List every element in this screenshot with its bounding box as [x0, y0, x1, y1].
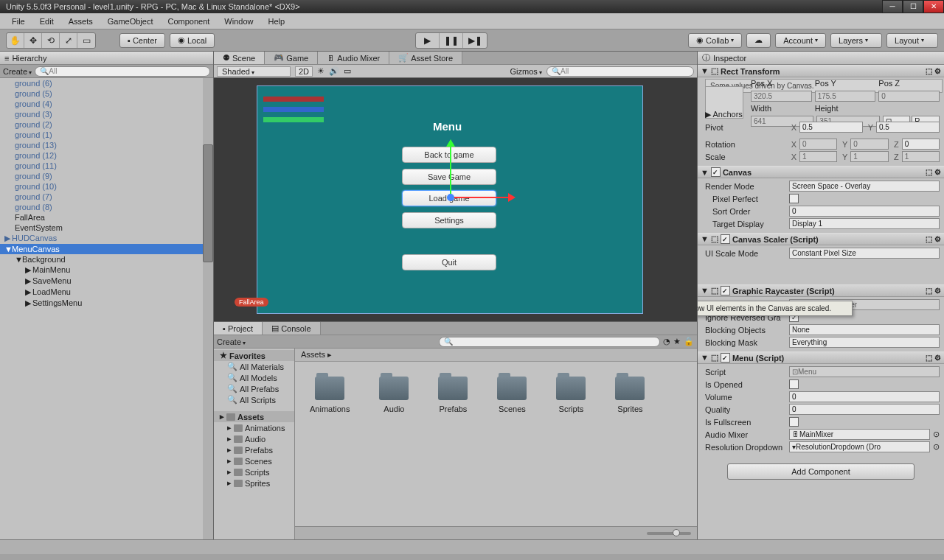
pause-button[interactable]: ❚❚	[440, 33, 463, 48]
hierarchy-item[interactable]: ground (3)	[0, 109, 213, 119]
fav-models[interactable]: 🔍All Models	[214, 372, 294, 383]
volume-field[interactable]: 0	[789, 391, 940, 402]
project-tab[interactable]: ▪ Project	[214, 322, 263, 335]
fav-prefabs[interactable]: 🔍All Prefabs	[214, 383, 294, 394]
hierarchy-item[interactable]: ▶SettingsMenu	[0, 298, 213, 309]
step-button[interactable]: ▶❚	[463, 33, 487, 48]
quit-button[interactable]: Quit	[402, 254, 496, 270]
project-search[interactable]: 🔍	[439, 337, 660, 347]
asset-store-tab[interactable]: 🛒 Asset Store	[389, 52, 462, 64]
object-picker-icon[interactable]: ⊙	[933, 430, 940, 439]
save-search-icon[interactable]: ★	[673, 337, 681, 346]
canvas-scaler-header[interactable]: ▼ ⬚ ✓ Canvas Scaler (Script)⬚ ⚙	[698, 233, 944, 245]
shading-mode[interactable]: Shaded	[217, 66, 291, 77]
menu-file[interactable]: File	[4, 17, 32, 26]
hierarchy-item[interactable]: ▶MainMenu	[0, 265, 213, 276]
scene-tab[interactable]: ⚉ Scene	[214, 52, 265, 64]
pivot-x-field[interactable]: 0.5	[799, 122, 863, 133]
folder-item[interactable]: Scenes	[497, 377, 527, 413]
blockmask-dropdown[interactable]: Everything	[789, 337, 940, 348]
audio-toggle[interactable]: 🔊	[329, 66, 339, 76]
hierarchy-item[interactable]: EventSystem	[0, 223, 213, 233]
posx-field[interactable]: 320.5	[751, 91, 812, 102]
assets-header[interactable]: ▸ Assets	[214, 411, 294, 422]
close-button[interactable]: ✕	[923, 0, 944, 13]
hierarchy-item[interactable]: ground (5)	[0, 88, 213, 99]
project-tree-item[interactable]: ▸ Scripts	[214, 466, 294, 477]
menu-gameobject[interactable]: GameObject	[100, 17, 161, 26]
hierarchy-create[interactable]: Create	[3, 67, 32, 76]
add-component-button[interactable]: Add Component	[727, 463, 914, 480]
minimize-button[interactable]: ─	[882, 0, 903, 13]
anchors-foldout[interactable]: ▶ Anchors	[705, 110, 743, 119]
rect-tool[interactable]: ▭	[77, 33, 95, 48]
rotate-tool[interactable]: ⟲	[42, 33, 60, 48]
layout-dropdown[interactable]: Layout	[886, 33, 938, 48]
scale-x-field[interactable]: 1	[799, 151, 837, 162]
folder-item[interactable]: Prefabs	[438, 377, 468, 413]
2d-toggle[interactable]: 2D	[295, 66, 313, 77]
hierarchy-scrollbar[interactable]	[203, 78, 213, 539]
rot-x-field[interactable]: 0	[799, 139, 837, 150]
fav-scripts[interactable]: 🔍All Scripts	[214, 394, 294, 405]
menu-assets[interactable]: Assets	[61, 17, 100, 26]
project-breadcrumb[interactable]: Assets ▸	[295, 349, 697, 362]
y-axis-gizmo[interactable]	[450, 145, 451, 197]
scene-search[interactable]: 🔍All	[546, 66, 694, 77]
hierarchy-item[interactable]: ground (6)	[0, 78, 213, 88]
pivot-center-toggle[interactable]: ▪ Center	[119, 33, 165, 48]
menu-component[interactable]: Component	[160, 17, 217, 26]
isfullscreen-checkbox[interactable]	[789, 417, 799, 427]
game-tab[interactable]: 🎮 Game	[265, 52, 318, 64]
posy-field[interactable]: 175.5	[815, 91, 876, 102]
project-tree-item[interactable]: ▸ Audio	[214, 433, 294, 444]
pivot-local-toggle[interactable]: ◉ Local	[170, 33, 215, 48]
hierarchy-item[interactable]: FallArea	[0, 212, 213, 223]
collab-dropdown[interactable]: ◉ Collab	[688, 33, 742, 48]
menu-window[interactable]: Window	[217, 17, 260, 26]
favorites-header[interactable]: ★ Favorites	[214, 350, 294, 361]
scale-y-field[interactable]: 1	[850, 151, 888, 162]
lock-icon[interactable]: 🔒	[684, 337, 694, 346]
inspector-tab[interactable]: ⓘ Inspector	[698, 52, 944, 65]
console-tab[interactable]: ▤ Console	[263, 322, 320, 335]
back-to-game-button[interactable]: Back to game	[402, 147, 496, 163]
project-tree-item[interactable]: ▸ Sprites	[214, 477, 294, 489]
canvas-header[interactable]: ▼ ✓ Canvas⬚ ⚙	[698, 166, 944, 178]
rendermode-dropdown[interactable]: Screen Space - Overlay	[789, 181, 940, 192]
graphic-raycaster-header[interactable]: ▼ ⬚ ✓ Graphic Raycaster (Script)⬚ ⚙	[698, 284, 944, 297]
hierarchy-item[interactable]: ground (2)	[0, 119, 213, 130]
hierarchy-item[interactable]: ▶SaveMenu	[0, 276, 213, 287]
project-tree-item[interactable]: ▸ Scenes	[214, 455, 294, 466]
resdrop-field[interactable]: ▾ResolutionDropdown (Dro	[789, 441, 930, 452]
hierarchy-item[interactable]: ground (7)	[0, 192, 213, 202]
gizmos-dropdown[interactable]: Gizmos	[510, 67, 542, 76]
folder-item[interactable]: Scripts	[556, 377, 586, 413]
settings-button[interactable]: Settings	[402, 212, 496, 228]
maximize-button[interactable]: ☐	[903, 0, 923, 13]
targetdisplay-dropdown[interactable]: Display 1	[789, 218, 940, 229]
hand-tool[interactable]: ✋	[7, 33, 24, 48]
blockobj-dropdown[interactable]: None	[789, 324, 940, 335]
origin-gizmo[interactable]	[447, 194, 454, 201]
rot-z-field[interactable]: 0	[902, 139, 940, 150]
fx-toggle[interactable]: ▭	[344, 66, 351, 76]
project-tree-item[interactable]: ▸ Animations	[214, 422, 294, 433]
posz-field[interactable]: 0	[878, 91, 940, 102]
hierarchy-item[interactable]: ground (8)	[0, 202, 213, 212]
hierarchy-item[interactable]: ground (12)	[0, 150, 213, 161]
menu-edit[interactable]: Edit	[32, 17, 61, 26]
project-create[interactable]: Create	[217, 337, 246, 346]
x-axis-gizmo[interactable]	[450, 197, 509, 198]
move-tool[interactable]: ✥	[24, 33, 42, 48]
pixelperfect-checkbox[interactable]	[789, 194, 799, 203]
menu-help[interactable]: Help	[260, 17, 292, 26]
scene-view[interactable]: Menu Back to game Save Game Load game Se…	[214, 78, 697, 321]
rot-y-field[interactable]: 0	[850, 139, 888, 150]
sortorder-field[interactable]: 0	[789, 206, 940, 217]
hierarchy-tab[interactable]: ≡ Hierarchy	[0, 52, 213, 65]
hierarchy-item[interactable]: ground (10)	[0, 181, 213, 192]
folder-item[interactable]: Animations	[310, 377, 350, 413]
hierarchy-search[interactable]: 🔍All	[35, 66, 210, 77]
pivot-y-field[interactable]: 0.5	[876, 122, 940, 133]
